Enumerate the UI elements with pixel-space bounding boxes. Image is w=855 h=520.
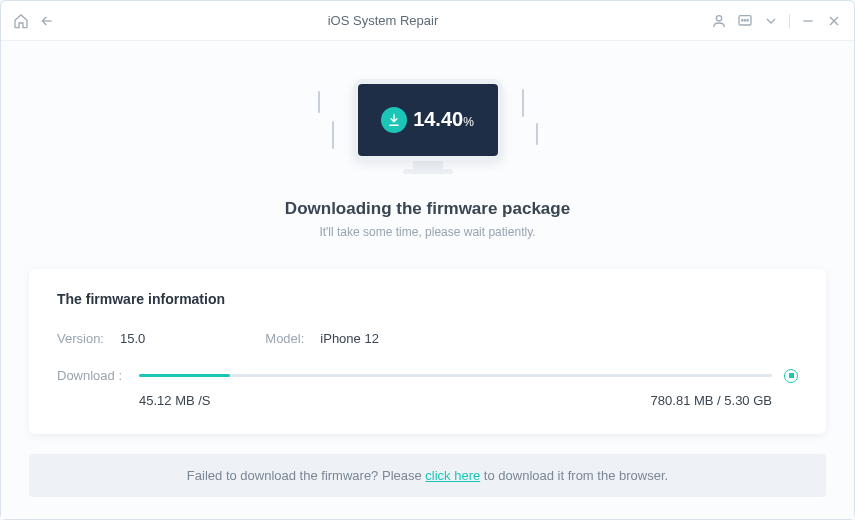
download-size: 780.81 MB / 5.30 GB [651, 393, 772, 408]
app-window: iOS System Repair [0, 0, 855, 520]
subhead: It'll take some time, please wait patien… [319, 225, 535, 239]
progress-bar [139, 374, 772, 377]
svg-point-0 [716, 15, 721, 20]
chevron-down-icon[interactable] [763, 13, 779, 29]
click-here-link[interactable]: click here [425, 468, 480, 483]
firmware-info-card: The firmware information Version: 15.0 M… [29, 269, 826, 434]
model-value: iPhone 12 [320, 331, 379, 346]
divider [789, 14, 790, 28]
close-icon[interactable] [826, 13, 842, 29]
account-icon[interactable] [711, 13, 727, 29]
card-title: The firmware information [57, 291, 798, 307]
version-value: 15.0 [120, 331, 145, 346]
download-arrow-icon [381, 107, 407, 133]
main-content: 14.40% Downloading the firmware package … [1, 41, 854, 519]
stop-button[interactable] [784, 369, 798, 383]
progress-percent: 14.40% [413, 108, 474, 131]
monitor-illustration: 14.40% [298, 71, 558, 181]
titlebar: iOS System Repair [1, 1, 854, 41]
model-field: Model: iPhone 12 [265, 331, 379, 346]
svg-point-3 [744, 19, 745, 20]
download-label: Download : [57, 368, 127, 383]
version-label: Version: [57, 331, 104, 346]
version-field: Version: 15.0 [57, 331, 145, 346]
headline: Downloading the firmware package [285, 199, 570, 219]
home-icon[interactable] [13, 13, 29, 29]
download-speed: 45.12 MB /S [139, 393, 211, 408]
svg-point-2 [742, 19, 743, 20]
footer-help: Failed to download the firmware? Please … [29, 454, 826, 497]
back-icon[interactable] [39, 13, 55, 29]
feedback-icon[interactable] [737, 13, 753, 29]
minimize-icon[interactable] [800, 13, 816, 29]
svg-point-4 [747, 19, 748, 20]
window-title: iOS System Repair [55, 13, 711, 28]
model-label: Model: [265, 331, 304, 346]
